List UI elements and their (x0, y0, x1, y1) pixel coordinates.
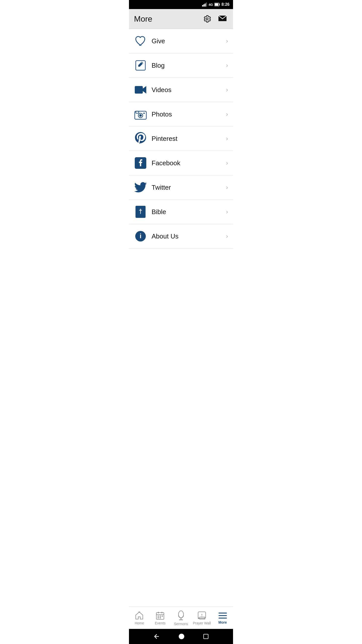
video-icon (134, 83, 147, 96)
twitter-icon (134, 181, 147, 194)
blog-label: Blog (152, 62, 226, 69)
svg-rect-25 (158, 616, 159, 617)
give-chevron: › (226, 37, 228, 45)
blog-chevron: › (226, 62, 228, 69)
menu-item-give[interactable]: Give › (129, 29, 233, 53)
svg-point-38 (179, 634, 184, 639)
facebook-label: Facebook (152, 159, 226, 167)
svg-rect-39 (204, 634, 208, 639)
prayer-wall-nav-label: Prayer Wall (193, 621, 211, 625)
nav-item-sermons[interactable]: Sermons (171, 609, 192, 627)
prayer-wall-icon: † (197, 611, 206, 620)
menu-item-about-us[interactable]: i About Us › (129, 224, 233, 249)
camera-icon (134, 108, 147, 121)
svg-rect-1 (203, 4, 204, 7)
photos-chevron: › (226, 111, 228, 118)
svg-point-12 (139, 114, 142, 117)
menu-item-blog[interactable]: Blog › (129, 53, 233, 78)
more-nav-label: More (218, 620, 227, 624)
facebook-icon (134, 156, 147, 170)
svg-rect-29 (160, 617, 161, 618)
svg-rect-8 (135, 86, 143, 94)
home-button[interactable] (179, 634, 184, 639)
bible-chevron: › (226, 208, 228, 215)
svg-text:†: † (139, 208, 142, 215)
events-nav-label: Events (155, 621, 166, 625)
svg-rect-13 (143, 113, 145, 114)
menu-item-pinterest[interactable]: Pinterest › (129, 127, 233, 151)
menu-item-photos[interactable]: Photos › (129, 102, 233, 127)
nav-item-more[interactable]: More (212, 609, 233, 627)
status-bar: 4G 8:26 (129, 0, 233, 9)
svg-rect-27 (162, 616, 163, 617)
signal-icon (202, 3, 207, 7)
twitter-chevron: › (226, 184, 228, 191)
more-icon (218, 612, 227, 619)
blog-icon (134, 59, 147, 72)
about-us-label: About Us (152, 232, 226, 240)
bible-label: Bible (152, 208, 226, 216)
sermons-icon (177, 610, 185, 621)
back-button[interactable] (154, 633, 160, 639)
svg-rect-5 (219, 4, 220, 5)
settings-button[interactable] (202, 14, 212, 24)
recents-button[interactable] (203, 634, 208, 639)
svg-rect-3 (206, 3, 207, 7)
menu-item-twitter[interactable]: Twitter › (129, 175, 233, 200)
message-button[interactable] (217, 14, 228, 24)
svg-text:i: i (140, 232, 141, 240)
videos-chevron: › (226, 86, 228, 93)
bottom-nav: Home Events (129, 607, 233, 629)
home-icon (135, 611, 144, 620)
svg-rect-2 (205, 4, 206, 7)
battery-icon (214, 3, 220, 6)
nav-item-prayer-wall[interactable]: † Prayer Wall (191, 609, 212, 627)
status-icons: 4G 8:26 (202, 2, 230, 7)
pinterest-icon (134, 132, 147, 145)
give-label: Give (152, 37, 226, 45)
about-us-chevron: › (226, 233, 228, 240)
clock: 8:26 (221, 2, 230, 7)
header-actions (202, 14, 228, 24)
pinterest-label: Pinterest (152, 135, 226, 143)
nav-item-events[interactable]: Events (150, 609, 171, 627)
header: More (129, 9, 233, 29)
info-icon: i (134, 230, 147, 243)
heart-icon (134, 34, 147, 48)
twitter-label: Twitter (152, 184, 226, 191)
signal-type: 4G (209, 3, 213, 7)
page-title: More (134, 14, 152, 24)
bible-icon: † (134, 205, 147, 218)
svg-rect-0 (202, 5, 203, 7)
home-nav-label: Home (135, 621, 144, 625)
menu-item-videos[interactable]: Videos › (129, 78, 233, 102)
facebook-chevron: › (226, 159, 228, 167)
system-nav-bar (129, 629, 233, 644)
menu-list: Give › Blog › Videos › (129, 29, 233, 607)
photos-label: Photos (152, 110, 226, 118)
events-icon (156, 611, 165, 620)
svg-rect-10 (136, 111, 139, 113)
videos-label: Videos (152, 86, 226, 94)
sermons-nav-label: Sermons (174, 622, 188, 626)
svg-rect-6 (215, 4, 218, 6)
svg-rect-28 (158, 617, 159, 618)
nav-item-home[interactable]: Home (129, 609, 150, 627)
menu-item-bible[interactable]: † Bible › (129, 200, 233, 224)
pinterest-chevron: › (226, 135, 228, 142)
svg-rect-20 (138, 612, 140, 613)
svg-rect-26 (160, 616, 161, 617)
svg-text:†: † (201, 613, 203, 617)
menu-item-facebook[interactable]: Facebook › (129, 151, 233, 175)
